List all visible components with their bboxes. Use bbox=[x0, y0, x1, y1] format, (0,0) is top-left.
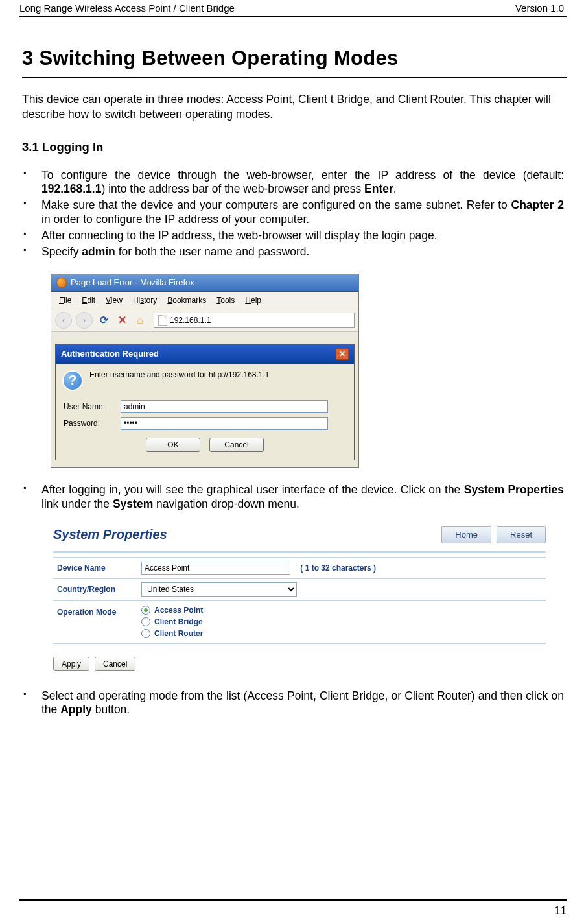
page-number: 11 bbox=[554, 905, 567, 917]
panel-title: System Properties bbox=[53, 527, 167, 542]
reset-button[interactable]: Reset bbox=[497, 526, 546, 543]
page-header: Long Range Wireless Access Point / Clien… bbox=[19, 3, 567, 17]
url-bar[interactable]: 192.168.1.1 bbox=[154, 313, 355, 328]
window-title: Page Load Error - Mozilla Firefox bbox=[71, 278, 194, 287]
list-item: Select and operating mode from the list … bbox=[41, 689, 567, 718]
window-titlebar: Page Load Error - Mozilla Firefox bbox=[51, 274, 358, 292]
list-item: Specify admin for both the user name and… bbox=[41, 245, 567, 259]
divider bbox=[53, 551, 546, 553]
list-item: After logging in, you will see the graph… bbox=[41, 483, 567, 512]
menubar: File Edit View History Bookmarks Tools H… bbox=[51, 292, 358, 309]
reload-icon[interactable]: ⟳ bbox=[97, 313, 111, 327]
cancel-button[interactable]: Cancel bbox=[209, 438, 264, 452]
username-label: User Name: bbox=[64, 402, 115, 411]
home-button[interactable]: Home bbox=[441, 526, 491, 543]
tab-strip bbox=[51, 332, 358, 338]
cancel-button[interactable]: Cancel bbox=[95, 657, 135, 671]
auth-dialog: Authentication Required ✕ ? Enter userna… bbox=[55, 344, 355, 460]
auth-title-text: Authentication Required bbox=[61, 349, 159, 359]
close-icon[interactable]: ✕ bbox=[336, 348, 349, 360]
auth-message: Enter username and password for http://1… bbox=[89, 370, 270, 379]
radio-access-point[interactable]: Access Point bbox=[141, 604, 542, 616]
forward-icon[interactable]: › bbox=[76, 312, 93, 329]
header-left: Long Range Wireless Access Point / Clien… bbox=[19, 3, 235, 14]
bullet-list-1: To configure the device through the web-… bbox=[22, 169, 567, 259]
country-select[interactable]: United States bbox=[141, 582, 297, 597]
chapter-heading: 3 Switching Between Operating Modes bbox=[22, 47, 567, 78]
radio-icon bbox=[141, 606, 150, 615]
radio-client-router[interactable]: Client Router bbox=[141, 628, 542, 639]
stop-icon[interactable]: ✕ bbox=[115, 313, 129, 327]
firefox-icon bbox=[56, 278, 67, 288]
menu-bookmarks[interactable]: Bookmarks bbox=[163, 294, 210, 306]
list-item: Make sure that the device and your compu… bbox=[41, 198, 567, 227]
home-icon[interactable]: ⌂ bbox=[133, 313, 147, 327]
password-input[interactable] bbox=[121, 417, 328, 430]
menu-help[interactable]: Help bbox=[241, 294, 265, 306]
url-text: 192.168.1.1 bbox=[170, 316, 211, 325]
toolbar: ‹ › ⟳ ✕ ⌂ 192.168.1.1 bbox=[51, 309, 358, 332]
firefox-screenshot: Page Load Error - Mozilla Firefox File E… bbox=[51, 274, 359, 468]
bullet-list-3: Select and operating mode from the list … bbox=[22, 689, 567, 718]
device-name-hint: ( 1 to 32 characters ) bbox=[292, 563, 376, 573]
question-icon: ? bbox=[62, 370, 83, 391]
back-icon[interactable]: ‹ bbox=[55, 312, 72, 329]
menu-tools[interactable]: Tools bbox=[213, 294, 239, 306]
menu-file[interactable]: File bbox=[55, 294, 75, 306]
list-item: After connecting to the IP address, the … bbox=[41, 229, 567, 243]
menu-history[interactable]: History bbox=[129, 294, 161, 306]
page-footer: 11 bbox=[19, 899, 567, 918]
system-properties-screenshot: System Properties Home Reset Device Name… bbox=[53, 526, 546, 671]
operation-mode-label: Operation Mode bbox=[53, 600, 137, 643]
intro-paragraph: This device can operate in three modes: … bbox=[22, 92, 567, 122]
radio-client-bridge[interactable]: Client Bridge bbox=[141, 616, 542, 628]
country-label: Country/Region bbox=[53, 578, 137, 600]
list-item: To configure the device through the web-… bbox=[41, 169, 567, 197]
apply-button[interactable]: Apply bbox=[53, 657, 89, 671]
auth-titlebar: Authentication Required ✕ bbox=[56, 344, 354, 364]
device-name-label: Device Name bbox=[53, 558, 137, 578]
radio-icon bbox=[141, 629, 150, 638]
page-icon bbox=[158, 315, 167, 326]
password-label: Password: bbox=[64, 419, 115, 428]
device-name-input[interactable] bbox=[141, 562, 290, 575]
ok-button[interactable]: OK bbox=[146, 438, 200, 452]
menu-view[interactable]: View bbox=[102, 294, 126, 306]
bullet-list-2: After logging in, you will see the graph… bbox=[22, 483, 567, 512]
header-right: Version 1.0 bbox=[515, 3, 564, 14]
menu-edit[interactable]: Edit bbox=[78, 294, 99, 306]
section-heading: 3.1 Logging In bbox=[22, 140, 567, 154]
username-input[interactable] bbox=[121, 400, 328, 413]
radio-icon bbox=[141, 617, 150, 626]
